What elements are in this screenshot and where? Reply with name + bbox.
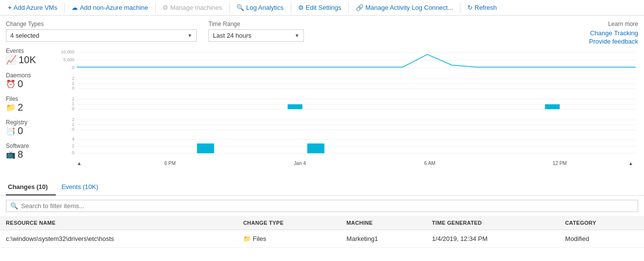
svg-rect-18 [288,104,302,109]
chart-area: Events 📈 10K Daemons ⏰ 0 Files 📁 2 Regis… [6,45,638,176]
tab-changes[interactable]: Changes (10) [6,180,56,195]
manage-activity-label: Manage Activity Log Connect... [366,4,453,11]
col-category: CATEGORY [559,216,644,230]
refresh-label: Refresh [475,4,497,11]
svg-text:2: 2 [72,96,74,101]
manage-machines-icon: ⚙ [162,4,168,11]
time-range-value: Last 24 hours [213,32,252,39]
chart-svg-container: 10,000 5,000 0 2 1 0 2 1 0 [60,47,638,176]
toolbar-divider-6 [460,3,460,13]
events-chart-icon: 📈 [6,54,17,65]
svg-text:0: 0 [72,150,74,155]
chart-legend: Events 📈 10K Daemons ⏰ 0 Files 📁 2 Regis… [6,47,60,176]
svg-text:2: 2 [72,76,74,81]
registry-value: 0 [18,126,23,136]
add-non-azure-button[interactable]: ☁ Add non-Azure machine [68,2,152,13]
learn-more-title: Learn more [589,21,638,27]
data-table: RESOURCE NAME CHANGE TYPE MACHINE TIME G… [0,216,644,248]
svg-text:6 PM: 6 PM [164,161,176,166]
software-label: Software [6,142,60,149]
col-resource-name: RESOURCE NAME [0,216,237,230]
chevron-down-icon-2: ▼ [295,33,299,38]
legend-events: Events 📈 10K [6,47,60,65]
search-input[interactable] [21,202,634,210]
files-label: Files [6,95,60,102]
cell-change-type: 📁 Files [237,230,341,248]
col-change-type: CHANGE TYPE [237,216,341,230]
toolbar-divider [64,3,65,13]
manage-machines-button[interactable]: ⚙ Manage machines [159,2,226,13]
changes-tab-label: Changes (10) [8,183,48,190]
tab-events[interactable]: Events (10K) [60,180,106,195]
edit-settings-label: Edit Settings [306,4,342,11]
toolbar-divider-4 [291,3,291,13]
events-value: 10K [19,55,36,65]
time-range-select[interactable]: Last 24 hours ▼ [208,29,304,42]
toolbar-divider-2 [155,3,156,13]
log-analytics-button[interactable]: 🔍 Log Analytics [232,2,288,13]
legend-files: Files 📁 2 [6,95,60,112]
svg-text:1: 1 [72,81,74,86]
change-types-label: Change Types [6,21,197,27]
search-icon: 🔍 [10,202,18,210]
cloud-icon: ☁ [71,4,78,11]
events-tab-label: Events (10K) [62,183,98,190]
col-machine: MACHINE [341,216,426,230]
filters-row: Change Types 4 selected ▼ Time Range Las… [0,16,644,45]
provide-feedback-link[interactable]: Provide feedback [589,38,638,45]
registry-icon: 📑 [6,126,16,136]
table-header-row: RESOURCE NAME CHANGE TYPE MACHINE TIME G… [0,216,644,230]
search-bar: 🔍 [6,200,638,212]
events-label: Events [6,47,60,54]
cell-resource-name: c:\windows\system32\drivers\etc\hosts [0,230,237,248]
toolbar-divider-5 [348,3,349,13]
svg-text:5,000: 5,000 [64,57,75,62]
toolbar-divider-3 [229,3,230,13]
daemons-value: 0 [18,79,23,89]
col-time-generated: TIME GENERATED [426,216,559,230]
svg-text:12 PM: 12 PM [552,161,567,166]
change-types-select[interactable]: 4 selected ▼ [6,29,197,42]
svg-text:0: 0 [72,106,74,111]
refresh-button[interactable]: ↻ Refresh [463,2,501,13]
files-value: 2 [18,102,23,112]
file-type-icon: 📁 [243,235,251,242]
svg-text:6 AM: 6 AM [424,161,436,166]
refresh-icon: ↻ [467,4,473,11]
cell-time-generated: 1/4/2019, 12:34 PM [426,230,559,248]
gear-icon: ⚙ [298,4,304,11]
svg-text:▲: ▲ [628,161,633,166]
software-value: 8 [18,149,23,159]
svg-text:4: 4 [72,137,74,142]
svg-text:2: 2 [72,143,74,148]
change-types-filter: Change Types 4 selected ▼ [6,21,197,42]
manage-activity-button[interactable]: 🔗 Manage Activity Log Connect... [352,2,457,13]
search-icon: 🔍 [236,4,244,11]
add-azure-vms-label: Add Azure VMs [14,4,58,11]
learn-more-section: Learn more Change Tracking Provide feedb… [589,21,638,46]
legend-daemons: Daemons ⏰ 0 [6,72,60,89]
legend-software: Software 📺 8 [6,142,60,159]
link-icon: 🔗 [356,4,364,11]
cell-category: Modified [559,230,644,248]
edit-settings-button[interactable]: ⚙ Edit Settings [294,2,345,13]
svg-text:0: 0 [72,127,74,132]
svg-text:▲: ▲ [77,161,82,166]
daemons-label: Daemons [6,72,60,79]
change-types-value: 4 selected [10,32,39,39]
log-analytics-label: Log Analytics [246,4,284,11]
svg-text:10,000: 10,000 [61,49,74,54]
add-azure-vms-button[interactable]: + Add Azure VMs [4,2,61,13]
daemons-icon: ⏰ [6,79,16,89]
svg-text:0: 0 [72,65,74,70]
toolbar: + Add Azure VMs ☁ Add non-Azure machine … [0,0,644,16]
cell-machine: Marketing1 [341,230,426,248]
change-tracking-link[interactable]: Change Tracking [589,29,638,37]
svg-text:1: 1 [72,101,74,106]
chevron-down-icon: ▼ [187,33,192,38]
add-non-azure-label: Add non-Azure machine [80,4,148,11]
table-row[interactable]: c:\windows\system32\drivers\etc\hosts 📁 … [0,230,644,248]
svg-text:Jan 4: Jan 4 [294,161,306,166]
plus-icon: + [8,4,12,11]
registry-label: Registry [6,119,60,126]
